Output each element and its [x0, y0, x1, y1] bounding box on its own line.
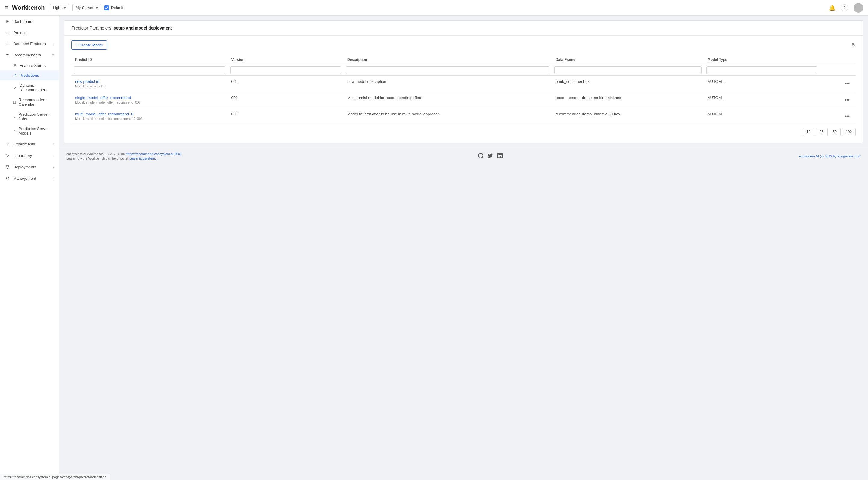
- sidebar-item-predictions[interactable]: ↗ Predictions: [0, 70, 59, 80]
- predict-id-link-2[interactable]: single_model_offer_recommend: [75, 96, 224, 100]
- sidebar-item-laboratory[interactable]: ▷ Laboratory ‹: [0, 150, 59, 161]
- sidebar-item-projects[interactable]: □ Projects: [0, 27, 59, 38]
- col-header-data-frame: Data Frame: [552, 55, 704, 65]
- projects-icon: □: [5, 30, 10, 35]
- model-sub-2: Model: single_model_offer_recommend_002: [75, 101, 224, 104]
- recommenders-icon: ≡: [5, 53, 10, 58]
- footer: ecosystem.Ai Workbench 0.6.212.05 on htt…: [59, 148, 868, 164]
- sidebar-item-prediction-server-models[interactable]: ○ Prediction Server Models: [0, 124, 59, 138]
- sidebar-item-recommenders-calendar[interactable]: □ Recommenders Calendar: [0, 95, 59, 109]
- recommenders-calendar-icon: □: [13, 100, 16, 104]
- page-btn-100[interactable]: 100: [842, 128, 856, 136]
- sidebar-item-deployments[interactable]: ▽ Deployments ‹: [0, 161, 59, 173]
- sidebar-item-label: Data and Features: [13, 41, 46, 46]
- filter-data-frame[interactable]: [554, 66, 702, 74]
- sidebar-item-dashboard[interactable]: ⊞ Dashboard: [0, 16, 59, 27]
- dashboard-icon: ⊞: [5, 19, 10, 24]
- sidebar-item-label: Feature Stores: [20, 63, 45, 68]
- feature-stores-icon: ⊞: [13, 63, 17, 68]
- toolbar: + Create Model ↻: [64, 36, 863, 55]
- server-selector[interactable]: My Server ▾: [72, 4, 101, 11]
- footer-learn-text: Learn how the Workbench can help you at …: [66, 157, 182, 160]
- cell-data-frame-1: bank_customer.hex: [552, 76, 704, 92]
- footer-server-link[interactable]: https://recommend.ecosystem.ai:3001: [126, 152, 182, 156]
- predict-id-link-3[interactable]: multi_model_offer_recommend_0: [75, 112, 224, 116]
- laboratory-icon: ▷: [5, 153, 10, 158]
- col-header-version: Version: [228, 55, 344, 65]
- main-content: Predictor Parameters: setup and model de…: [59, 16, 868, 480]
- filter-description[interactable]: [346, 66, 550, 74]
- table-header-row: Predict ID Version Description Data Fram…: [71, 55, 856, 65]
- predictions-icon: ↗: [13, 73, 17, 78]
- sidebar-item-label: Recommenders Calendar: [19, 98, 54, 107]
- model-sub-1: Model: new model id: [75, 84, 224, 88]
- sidebar-item-label: Prediction Server Models: [19, 127, 54, 136]
- page-content-container: Predictor Parameters: setup and model de…: [64, 21, 863, 143]
- cell-actions-2: •••: [820, 92, 856, 108]
- sidebar-item-feature-stores[interactable]: ⊞ Feature Stores: [0, 61, 59, 70]
- cell-model-type-2: AUTOML: [704, 92, 820, 108]
- models-table: Predict ID Version Description Data Fram…: [71, 55, 856, 124]
- col-header-predict-id: Predict ID: [71, 55, 228, 65]
- table-row: multi_model_offer_recommend_0 Model: mul…: [71, 108, 856, 124]
- footer-copyright: ecosystem.AI (c) 2022 by Ecogenetic LLC: [799, 155, 861, 158]
- sidebar-item-dynamic-recommenders[interactable]: ↗ Dynamic Recommenders: [0, 80, 59, 95]
- filter-version[interactable]: [230, 66, 341, 74]
- management-icon: ⚙: [5, 176, 10, 181]
- notification-icon[interactable]: 🔔: [829, 4, 835, 11]
- sidebar-item-label: Dynamic Recommenders: [20, 83, 54, 92]
- cell-predict-id-1: new predict id Model: new model id: [71, 76, 228, 92]
- menu-icon[interactable]: ☰: [5, 5, 8, 10]
- cell-predict-id-2: single_model_offer_recommend Model: sing…: [71, 92, 228, 108]
- management-chevron-icon: ‹: [53, 176, 54, 180]
- sidebar-item-label: Management: [13, 176, 36, 181]
- predict-id-link-1[interactable]: new predict id: [75, 79, 224, 84]
- page-btn-50[interactable]: 50: [829, 128, 841, 136]
- server-label: My Server: [76, 5, 93, 10]
- cell-actions-3: •••: [820, 108, 856, 124]
- default-checkbox-area: Default: [104, 5, 123, 10]
- page-btn-25[interactable]: 25: [815, 128, 827, 136]
- sidebar-item-recommenders[interactable]: ≡ Recommenders ▾: [0, 49, 59, 61]
- create-model-label: + Create Model: [76, 43, 103, 47]
- sidebar-item-label: Projects: [13, 30, 27, 35]
- row-actions-button-2[interactable]: •••: [842, 96, 852, 104]
- filter-predict-id[interactable]: [74, 66, 225, 74]
- sidebar-item-prediction-server-jobs[interactable]: ○ Prediction Server Jobs: [0, 109, 59, 124]
- recommenders-chevron-icon: ▾: [52, 53, 54, 57]
- cell-model-type-3: AUTOML: [704, 108, 820, 124]
- url-text: https://recommend.ecosystem.ai/pages/eco…: [4, 475, 106, 479]
- footer-learn-link[interactable]: Learn.Ecosystem...: [129, 157, 158, 160]
- footer-left: ecosystem.Ai Workbench 0.6.212.05 on htt…: [66, 152, 182, 160]
- page-btn-10[interactable]: 10: [803, 128, 814, 136]
- cell-description-1: new model description: [344, 76, 552, 92]
- sidebar-item-label: Dashboard: [13, 19, 33, 24]
- refresh-icon[interactable]: ↻: [852, 42, 856, 48]
- cell-version-2: 002: [228, 92, 344, 108]
- row-actions-button-1[interactable]: •••: [842, 80, 852, 88]
- footer-version-text: ecosystem.Ai Workbench 0.6.212.05 on htt…: [66, 152, 182, 156]
- app-title: Workbench: [12, 4, 45, 11]
- row-actions-button-3[interactable]: •••: [842, 112, 852, 120]
- create-model-button[interactable]: + Create Model: [71, 40, 107, 50]
- col-header-description: Description: [344, 55, 552, 65]
- breadcrumb-bold: setup and model deployment: [114, 26, 172, 30]
- default-checkbox[interactable]: [104, 5, 109, 10]
- url-bar: https://recommend.ecosystem.ai/pages/eco…: [0, 474, 110, 480]
- sidebar-item-data-features[interactable]: ≡ Data and Features ‹: [0, 38, 59, 49]
- avatar[interactable]: [854, 3, 863, 13]
- cell-description-3: Model for first offer to be use in multi…: [344, 108, 552, 124]
- filter-row: [71, 65, 856, 76]
- footer-copyright-link[interactable]: ecosystem.AI (c) 2022 by Ecogenetic LLC: [799, 155, 861, 158]
- linkedin-icon[interactable]: [497, 153, 503, 160]
- deployments-chevron-icon: ‹: [53, 165, 54, 169]
- github-icon[interactable]: [478, 153, 484, 160]
- sidebar: ⊞ Dashboard □ Projects ≡ Data and Featur…: [0, 16, 59, 480]
- help-icon[interactable]: ?: [841, 4, 848, 11]
- sidebar-item-experiments[interactable]: ⁘ Experiments ‹: [0, 138, 59, 150]
- col-header-actions: [820, 55, 856, 65]
- filter-model-type[interactable]: [707, 66, 817, 74]
- sidebar-item-management[interactable]: ⚙ Management ‹: [0, 173, 59, 184]
- theme-selector[interactable]: Light ▾: [50, 4, 69, 11]
- twitter-icon[interactable]: [488, 153, 493, 160]
